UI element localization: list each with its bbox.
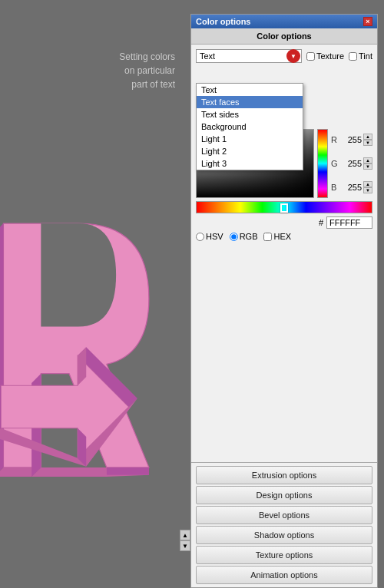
dropdown-item-text[interactable]: Text [197, 84, 303, 96]
dropdown-item-light3[interactable]: Light 3 [197, 157, 303, 170]
hsv-label: HSV [206, 232, 223, 241]
hsv-radio[interactable] [196, 233, 204, 241]
hex-input[interactable] [326, 216, 372, 229]
color-mode-radio-row: HSV RGB HEX [196, 232, 372, 241]
rgb-controls: R 255 ▲ ▼ G 255 ▲ ▼ [331, 129, 372, 198]
hex-checkbox-group: HEX [263, 232, 291, 241]
animation-options-button[interactable]: Animation options [196, 566, 372, 584]
blue-decrement[interactable]: ▼ [363, 187, 372, 193]
content-spacer [196, 244, 372, 458]
dropdown-item-light2[interactable]: Light 2 [197, 145, 303, 157]
3d-arrow [0, 330, 146, 484]
dialog-section-header: Color options [191, 28, 377, 45]
blue-value: 255 [340, 183, 362, 192]
dropdown-item-text-faces[interactable]: Text faces [197, 96, 303, 108]
hue-strip[interactable] [317, 129, 328, 198]
hsv-radio-group: HSV [196, 232, 223, 241]
color-options-dialog: Color options × Color options Text Text … [190, 14, 378, 588]
hash-label: # [319, 218, 323, 227]
red-increment[interactable]: ▲ [363, 134, 372, 140]
green-spinner: ▲ ▼ [363, 157, 372, 170]
green-decrement[interactable]: ▼ [363, 164, 372, 170]
hex-mode-label: HEX [273, 232, 291, 241]
shadow-options-button[interactable]: Shadow options [196, 526, 372, 544]
blue-row: B 255 ▲ ▼ [331, 181, 372, 193]
bevel-options-button[interactable]: Bevel options [196, 506, 372, 524]
green-value: 255 [340, 159, 362, 168]
red-value: 255 [340, 135, 362, 144]
scroll-controls: ▲ ▼ [180, 530, 190, 551]
red-decrement[interactable]: ▼ [363, 140, 372, 146]
scroll-down-button[interactable]: ▼ [180, 540, 190, 551]
red-spinner: ▲ ▼ [363, 134, 372, 146]
hex-checkbox[interactable] [263, 233, 272, 241]
scroll-up-button[interactable]: ▲ [180, 530, 190, 540]
top-controls-row: Text Text faces Text sides Background Li… [196, 49, 372, 63]
rgb-radio[interactable] [230, 233, 238, 241]
color-target-dropdown-container: Text Text faces Text sides Background Li… [196, 49, 302, 63]
dropdown-item-background[interactable]: Background [197, 121, 303, 133]
rgb-label: RGB [240, 232, 258, 241]
bottom-buttons-panel: Extrusion options Design options Bevel o… [191, 462, 377, 587]
extrusion-options-button[interactable]: Extrusion options [196, 466, 372, 484]
dropdown-item-light1[interactable]: Light 1 [197, 133, 303, 145]
blue-spinner: ▲ ▼ [363, 181, 372, 193]
blue-increment[interactable]: ▲ [363, 181, 372, 187]
red-label: R [331, 135, 339, 144]
green-label: G [331, 159, 339, 168]
dialog-titlebar: Color options × [191, 15, 377, 28]
color-target-select[interactable]: Text Text faces Text sides Background Li… [196, 49, 302, 63]
dialog-title: Color options [196, 17, 251, 26]
color-spectrum-strip[interactable] [196, 201, 372, 213]
tint-label: Tint [359, 51, 372, 61]
tint-checkbox[interactable] [349, 52, 357, 61]
canvas-label: Setting colors on particular part of tex… [119, 50, 175, 91]
dialog-body: Text Text faces Text sides Background Li… [191, 45, 377, 462]
dropdown-item-text-sides[interactable]: Text sides [197, 108, 303, 121]
rgb-radio-group: RGB [230, 232, 258, 241]
blue-label: B [331, 183, 339, 192]
texture-checkbox[interactable] [306, 52, 315, 61]
color-strip-marker [280, 203, 288, 213]
dropdown-list: Text Text faces Text sides Background Li… [196, 83, 303, 170]
design-options-button[interactable]: Design options [196, 486, 372, 504]
canvas-area: Setting colors on particular part of tex… [0, 0, 190, 588]
green-increment[interactable]: ▲ [363, 157, 372, 164]
dialog-close-button[interactable]: × [363, 17, 372, 26]
tint-checkbox-group: Tint [349, 51, 372, 61]
hex-row: # [196, 216, 372, 229]
red-row: R 255 ▲ ▼ [331, 134, 372, 146]
green-row: G 255 ▲ ▼ [331, 157, 372, 170]
texture-label: Texture [316, 51, 344, 61]
texture-checkbox-group: Texture [306, 51, 344, 61]
texture-options-button[interactable]: Texture options [196, 546, 372, 564]
